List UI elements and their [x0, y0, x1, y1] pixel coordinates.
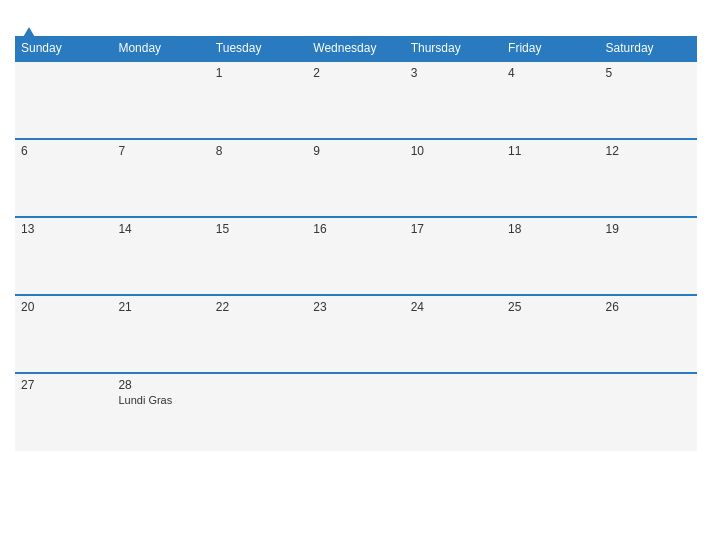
day-number: 24	[411, 300, 496, 314]
day-number: 12	[606, 144, 691, 158]
weekday-header-sunday: Sunday	[15, 36, 112, 61]
day-number: 10	[411, 144, 496, 158]
day-number: 15	[216, 222, 301, 236]
day-number: 2	[313, 66, 398, 80]
day-number: 27	[21, 378, 106, 392]
calendar-cell	[502, 373, 599, 451]
calendar-cell: 21	[112, 295, 209, 373]
event-label: Lundi Gras	[118, 394, 203, 406]
day-number: 5	[606, 66, 691, 80]
week-row-2: 6789101112	[15, 139, 697, 217]
day-number: 16	[313, 222, 398, 236]
calendar-cell: 24	[405, 295, 502, 373]
day-number: 18	[508, 222, 593, 236]
calendar-cell	[600, 373, 697, 451]
day-number: 1	[216, 66, 301, 80]
calendar-cell: 9	[307, 139, 404, 217]
week-row-3: 13141516171819	[15, 217, 697, 295]
day-number: 19	[606, 222, 691, 236]
day-number: 7	[118, 144, 203, 158]
calendar-cell	[112, 61, 209, 139]
logo-general	[20, 10, 36, 28]
weekday-header-tuesday: Tuesday	[210, 36, 307, 61]
day-number: 21	[118, 300, 203, 314]
day-number: 26	[606, 300, 691, 314]
calendar-cell: 23	[307, 295, 404, 373]
day-number: 13	[21, 222, 106, 236]
day-number: 6	[21, 144, 106, 158]
calendar-cell: 7	[112, 139, 209, 217]
day-number: 20	[21, 300, 106, 314]
day-number: 28	[118, 378, 203, 392]
calendar-cell	[210, 373, 307, 451]
day-number: 4	[508, 66, 593, 80]
calendar-cell: 4	[502, 61, 599, 139]
day-number: 8	[216, 144, 301, 158]
calendar-cell: 20	[15, 295, 112, 373]
calendar-cell: 27	[15, 373, 112, 451]
weekday-header-friday: Friday	[502, 36, 599, 61]
calendar-cell: 3	[405, 61, 502, 139]
day-number: 25	[508, 300, 593, 314]
calendar-cell: 14	[112, 217, 209, 295]
day-number: 14	[118, 222, 203, 236]
calendar-container: SundayMondayTuesdayWednesdayThursdayFrid…	[0, 0, 712, 550]
calendar-cell: 17	[405, 217, 502, 295]
calendar-cell	[15, 61, 112, 139]
calendar-cell: 19	[600, 217, 697, 295]
weekday-header-row: SundayMondayTuesdayWednesdayThursdayFrid…	[15, 36, 697, 61]
week-row-1: 12345	[15, 61, 697, 139]
day-number: 23	[313, 300, 398, 314]
weekday-header-thursday: Thursday	[405, 36, 502, 61]
calendar-cell: 11	[502, 139, 599, 217]
calendar-cell: 8	[210, 139, 307, 217]
calendar-cell: 6	[15, 139, 112, 217]
calendar-cell: 13	[15, 217, 112, 295]
weekday-header-wednesday: Wednesday	[307, 36, 404, 61]
calendar-cell: 5	[600, 61, 697, 139]
header	[15, 10, 697, 28]
calendar-cell: 16	[307, 217, 404, 295]
weekday-header-monday: Monday	[112, 36, 209, 61]
weekday-header-saturday: Saturday	[600, 36, 697, 61]
calendar-cell	[405, 373, 502, 451]
logo	[20, 10, 36, 28]
calendar-cell: 2	[307, 61, 404, 139]
week-row-4: 20212223242526	[15, 295, 697, 373]
calendar-table: SundayMondayTuesdayWednesdayThursdayFrid…	[15, 36, 697, 451]
day-number: 22	[216, 300, 301, 314]
day-number: 11	[508, 144, 593, 158]
week-row-5: 2728Lundi Gras	[15, 373, 697, 451]
calendar-cell: 28Lundi Gras	[112, 373, 209, 451]
day-number: 3	[411, 66, 496, 80]
calendar-cell: 12	[600, 139, 697, 217]
calendar-cell: 22	[210, 295, 307, 373]
calendar-cell: 10	[405, 139, 502, 217]
calendar-cell: 15	[210, 217, 307, 295]
day-number: 17	[411, 222, 496, 236]
calendar-cell: 1	[210, 61, 307, 139]
calendar-cell	[307, 373, 404, 451]
calendar-cell: 25	[502, 295, 599, 373]
calendar-cell: 18	[502, 217, 599, 295]
day-number: 9	[313, 144, 398, 158]
calendar-cell: 26	[600, 295, 697, 373]
